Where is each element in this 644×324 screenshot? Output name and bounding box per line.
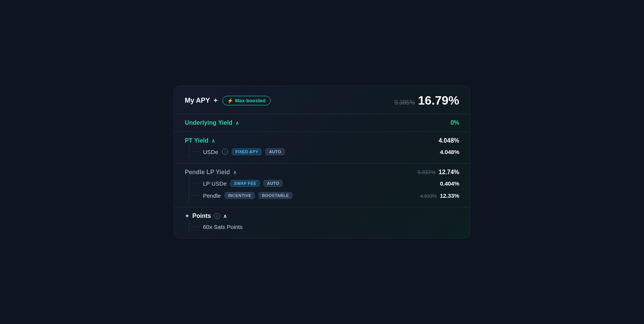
pt-yield-header[interactable]: PT Yield ∧ 4.048% — [185, 137, 459, 144]
usde-value: 4.048% — [440, 149, 459, 155]
points-section: ✦ Points i ∧ 60x Sats Points — [174, 207, 470, 238]
pendle-name: Pendle — [203, 192, 221, 199]
pt-yield-children: USDe i FIXED APY AUTO 4.048% — [185, 146, 459, 158]
points-header[interactable]: ✦ Points i ∧ — [185, 213, 459, 219]
pendle-lp-value: 12.74% — [439, 169, 459, 176]
usde-row-left: USDe i FIXED APY AUTO — [192, 148, 285, 155]
lp-usde-h-dash — [192, 183, 199, 184]
apy-card: My APY ✦ ⚡ Max-boosted 9.385% 16.79% Und… — [174, 86, 470, 238]
points-title: ✦ Points i ∧ — [185, 213, 227, 219]
header-left: My APY ✦ ⚡ Max-boosted — [185, 96, 271, 105]
pendle-row-left: Pendle INCENTIVE BOOSTABLE — [192, 192, 292, 199]
sats-points-row: 60x Sats Points — [192, 221, 459, 233]
pendle-lp-tree-vert — [186, 177, 192, 202]
points-tree-rows: 60x Sats Points — [192, 221, 459, 233]
underlying-yield-value: 0% — [450, 119, 459, 126]
points-info-icon[interactable]: i — [214, 213, 220, 219]
lp-usde-row-left: LP USDe SWAP FEE AUTO — [192, 180, 282, 187]
usde-name: USDe — [203, 149, 218, 155]
pt-yield-tree-vert — [186, 146, 192, 158]
sats-points-left: 60x Sats Points — [192, 224, 243, 230]
points-sparkle-icon: ✦ — [185, 213, 189, 219]
pendle-lp-header[interactable]: Pendle LP Yield ∧ 5.337% 12.74% — [185, 169, 459, 176]
pt-yield-tree-rows: USDe i FIXED APY AUTO 4.048% — [192, 146, 459, 158]
pendle-value-group: 4.933% 12.33% — [420, 192, 459, 199]
pt-yield-label: PT Yield — [185, 137, 208, 144]
usde-h-dash — [192, 151, 199, 152]
points-label: Points — [192, 213, 211, 219]
pt-yield-tree: USDe i FIXED APY AUTO 4.048% — [185, 146, 459, 158]
lp-usde-value: 0.404% — [440, 180, 459, 187]
max-boosted-label: Max-boosted — [235, 98, 265, 103]
underlying-yield-title: Underlying Yield ∧ — [185, 119, 239, 126]
underlying-yield-header[interactable]: Underlying Yield ∧ 0% — [185, 119, 459, 126]
points-tree: 60x Sats Points — [185, 221, 459, 233]
pendle-lp-value-group: 5.337% 12.74% — [417, 169, 459, 176]
apy-new-value: 16.79% — [418, 94, 459, 108]
usde-auto-badge: AUTO — [265, 148, 284, 155]
bolt-icon: ⚡ — [227, 98, 233, 103]
pendle-lp-value-old: 5.337% — [417, 169, 435, 175]
pendle-lp-tree-rows: LP USDe SWAP FEE AUTO 0.404% Pendle — [192, 177, 459, 202]
underlying-yield-chevron: ∧ — [235, 120, 239, 126]
sats-points-content: 60x Sats Points — [203, 224, 243, 230]
points-tree-vert — [186, 221, 192, 233]
my-apy-text: My APY — [185, 97, 210, 105]
pendle-content: Pendle INCENTIVE BOOSTABLE — [203, 192, 292, 199]
pendle-row: Pendle INCENTIVE BOOSTABLE 4.933% 12.33% — [192, 189, 459, 202]
lp-usde-auto-badge: AUTO — [263, 180, 282, 187]
pt-yield-section: PT Yield ∧ 4.048% USDe i FIXED APY — [174, 132, 470, 163]
underlying-yield-section: Underlying Yield ∧ 0% — [174, 114, 470, 132]
points-chevron: ∧ — [223, 213, 227, 219]
sats-points-name: 60x Sats Points — [203, 224, 243, 230]
pendle-lp-chevron: ∧ — [233, 170, 237, 175]
header-apy-values: 9.385% 16.79% — [394, 94, 459, 108]
underlying-yield-label: Underlying Yield — [185, 119, 232, 126]
pendle-value: 12.33% — [440, 192, 459, 199]
pt-yield-chevron: ∧ — [211, 138, 215, 144]
sparkle-icon: ✦ — [213, 97, 218, 104]
lp-usde-swap-badge: SWAP FEE — [230, 180, 260, 187]
sats-h-dash — [192, 227, 199, 227]
usde-info-icon[interactable]: i — [222, 149, 228, 155]
pt-yield-title: PT Yield ∧ — [185, 137, 215, 144]
pendle-lp-tree: LP USDe SWAP FEE AUTO 0.404% Pendle — [185, 177, 459, 202]
usde-fixed-apy-badge: FIXED APY — [232, 148, 262, 155]
pendle-h-dash — [192, 195, 199, 196]
pendle-lp-label: Pendle LP Yield — [185, 169, 230, 176]
pendle-lp-title: Pendle LP Yield ∧ — [185, 169, 237, 176]
max-boosted-badge[interactable]: ⚡ Max-boosted — [222, 96, 270, 105]
pendle-boostable-badge: BOOSTABLE — [259, 192, 292, 199]
usde-content: USDe i FIXED APY AUTO — [203, 148, 285, 155]
header-row: My APY ✦ ⚡ Max-boosted 9.385% 16.79% — [174, 86, 470, 114]
pendle-lp-children: LP USDe SWAP FEE AUTO 0.404% Pendle — [185, 177, 459, 202]
my-apy-label: My APY ✦ — [185, 97, 218, 105]
pt-yield-value: 4.048% — [439, 137, 459, 144]
usde-row: USDe i FIXED APY AUTO 4.048% — [192, 146, 459, 158]
lp-usde-content: LP USDe SWAP FEE AUTO — [203, 180, 282, 187]
pendle-value-old: 4.933% — [420, 193, 437, 199]
pendle-incentive-badge: INCENTIVE — [225, 192, 255, 199]
apy-old-value: 9.385% — [394, 99, 415, 106]
lp-usde-row: LP USDe SWAP FEE AUTO 0.404% — [192, 177, 459, 189]
pendle-lp-section: Pendle LP Yield ∧ 5.337% 12.74% L — [174, 163, 470, 207]
points-children: 60x Sats Points — [185, 221, 459, 233]
lp-usde-name: LP USDe — [203, 180, 227, 187]
